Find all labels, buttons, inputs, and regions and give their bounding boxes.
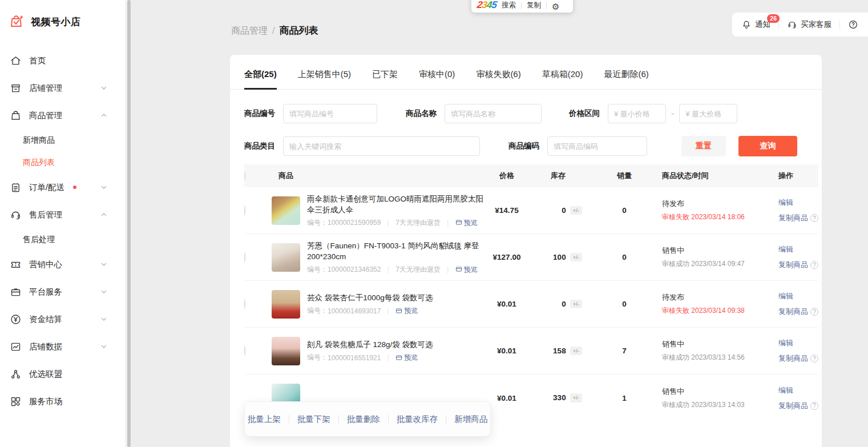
tab-off-shelf[interactable]: 已下架 xyxy=(372,69,398,89)
edit-stock-button[interactable]: +/- xyxy=(570,253,582,261)
ext-search-button[interactable]: 搜索 xyxy=(502,1,516,11)
category-label: 商品类目 xyxy=(244,141,275,151)
tab-all[interactable]: 全部(25) xyxy=(244,69,277,89)
sidebar: 视频号小店 首页 店铺管理 xyxy=(0,0,126,447)
product-image[interactable] xyxy=(272,337,300,365)
sidebar-item-aftersale-management[interactable]: 售后管理 xyxy=(0,201,126,228)
product-name-input[interactable] xyxy=(445,104,542,123)
preview-link[interactable]: 预览 xyxy=(395,306,418,316)
reset-button[interactable]: 重置 xyxy=(681,136,726,156)
tab-drafts[interactable]: 草稿箱(20) xyxy=(542,69,583,89)
help-button[interactable] xyxy=(848,19,858,30)
edit-link[interactable]: 编辑 xyxy=(778,244,818,255)
chevron-down-icon xyxy=(100,288,107,295)
help-icon[interactable]: ? xyxy=(810,355,818,363)
batch-list-button[interactable]: 批量上架 xyxy=(248,414,281,425)
breadcrumb-section[interactable]: 商品管理 xyxy=(231,25,268,37)
preview-link[interactable]: 预览 xyxy=(455,218,478,228)
product-title[interactable]: 雨伞新款卡通创意可加LOGO晴雨遮阳两用黑胶太阳伞三折成人伞 xyxy=(307,194,484,215)
edit-stock-button[interactable]: +/- xyxy=(570,300,582,308)
product-code-label: 编号： xyxy=(307,306,328,316)
query-button[interactable]: 查询 xyxy=(738,136,797,156)
divider: ｜ xyxy=(385,353,391,363)
edit-link[interactable]: 编辑 xyxy=(778,338,818,348)
table-row: 芳恩（Faunen）FN-T9003-1 简约风尚貂绒毯 摩登 200*230c… xyxy=(244,234,818,281)
product-title[interactable]: 芸众 袋装杏仁干1000g每袋 袋数可选 xyxy=(307,292,433,303)
category-input[interactable] xyxy=(283,136,480,156)
help-icon[interactable]: ? xyxy=(810,308,818,316)
product-title[interactable]: 刻凡 袋装焦糖瓜子 128g/袋 袋数可选 xyxy=(307,339,433,350)
yen-icon xyxy=(10,313,22,325)
sidebar-item-aftersale-handle[interactable]: 售后处理 xyxy=(0,228,126,251)
product-title[interactable]: 芳恩（Faunen）FN-T9003-1 简约风尚貂绒毯 摩登 200*230c… xyxy=(307,240,484,262)
status-text: 销售中 xyxy=(662,386,778,397)
scrollbar-thumb[interactable] xyxy=(127,0,131,447)
copy-product-link[interactable]: 复制商品? xyxy=(778,353,818,364)
batch-delete-button[interactable]: 批量删除 xyxy=(347,414,380,425)
help-icon[interactable]: ? xyxy=(810,214,818,222)
sidebar-scrollbar[interactable] xyxy=(126,0,131,447)
brand-digit: 5 xyxy=(491,0,497,10)
help-icon[interactable]: ? xyxy=(810,261,818,269)
sidebar-item-add-product[interactable]: 新增商品 xyxy=(0,129,126,151)
sidebar-item-home[interactable]: 首页 xyxy=(0,47,126,74)
tab-recently-deleted[interactable]: 最近删除(6) xyxy=(604,69,648,89)
copy-product-link[interactable]: 复制商品? xyxy=(778,401,818,411)
ext-copy-button[interactable]: 复制 xyxy=(527,1,541,11)
sidebar-item-affiliate[interactable]: 优选联盟 xyxy=(0,360,126,388)
edit-link[interactable]: 编辑 xyxy=(778,385,818,396)
product-image[interactable] xyxy=(272,196,300,225)
copy-product-link[interactable]: 复制商品? xyxy=(778,213,818,223)
price-min-input[interactable] xyxy=(608,104,666,123)
sidebar-item-product-management[interactable]: 商品管理 xyxy=(0,102,126,129)
batch-delist-button[interactable]: 批量下架 xyxy=(297,414,330,425)
headset-icon xyxy=(10,209,22,221)
product-image[interactable] xyxy=(272,243,300,272)
buyer-service-button[interactable]: 买家客服 xyxy=(787,19,831,30)
select-all-checkbox[interactable] xyxy=(244,171,245,181)
status-text: 销售中 xyxy=(662,245,778,256)
copy-product-link[interactable]: 复制商品? xyxy=(778,307,818,317)
edit-stock-button[interactable]: +/- xyxy=(570,393,582,402)
sidebar-item-orders[interactable]: 订单/配送 xyxy=(0,174,126,201)
table-row: 刻凡 袋装焦糖瓜子 128g/袋 袋数可选 编号：10000016551921 … xyxy=(244,328,818,374)
sidebar-item-shop-data[interactable]: 店铺数据 xyxy=(0,333,126,360)
preview-link[interactable]: 预览 xyxy=(395,353,418,363)
breadcrumb: 商品管理 / 商品列表 xyxy=(231,24,318,37)
edit-link[interactable]: 编辑 xyxy=(778,291,818,301)
help-icon[interactable]: ? xyxy=(810,402,818,410)
row-checkbox[interactable] xyxy=(244,205,245,216)
product-id-input[interactable] xyxy=(283,104,377,123)
sidebar-item-service-market[interactable]: 服务市场 xyxy=(0,388,126,415)
add-product-button[interactable]: 新增商品 xyxy=(454,414,487,425)
edit-stock-button[interactable]: +/- xyxy=(570,206,582,215)
sidebar-item-marketing[interactable]: 营销中心 xyxy=(0,251,126,278)
notification-badge: 26 xyxy=(767,14,780,23)
tab-in-review[interactable]: 审核中(0) xyxy=(419,69,455,89)
batch-edit-stock-button[interactable]: 批量改库存 xyxy=(397,414,438,425)
buyer-service-label: 买家客服 xyxy=(801,19,831,30)
edit-link[interactable]: 编辑 xyxy=(778,198,818,208)
gear-icon[interactable]: ⚙ xyxy=(552,2,559,11)
sidebar-item-platform-services[interactable]: 平台服务 xyxy=(0,278,126,305)
product-image[interactable] xyxy=(272,290,300,319)
copy-product-link[interactable]: 复制商品? xyxy=(778,260,818,270)
sidebar-item-shop-management[interactable]: 店铺管理 xyxy=(0,74,126,102)
price-max-input[interactable] xyxy=(679,104,737,123)
topbar-actions: 通知 26 买家客服 xyxy=(732,13,868,37)
notifications-button[interactable]: 通知 26 xyxy=(741,19,770,30)
row-checkbox[interactable] xyxy=(244,345,245,356)
divider: ｜ xyxy=(445,218,451,228)
row-checkbox[interactable] xyxy=(244,252,245,263)
edit-stock-button[interactable]: +/- xyxy=(570,347,582,355)
product-code-input[interactable] xyxy=(547,136,647,156)
tab-on-sale[interactable]: 上架销售中(5) xyxy=(298,69,351,89)
sidebar-item-product-list[interactable]: 商品列表 xyxy=(0,151,126,174)
col-status: 商品状态/时间 xyxy=(662,171,778,181)
tab-review-failed[interactable]: 审核失败(6) xyxy=(476,69,520,89)
preview-link[interactable]: 预览 xyxy=(455,265,478,275)
stock-value: 100 xyxy=(553,253,566,261)
return-policy-tag: 7天无理由退货 xyxy=(395,218,441,228)
row-checkbox[interactable] xyxy=(244,299,245,309)
sidebar-item-funds[interactable]: 资金结算 xyxy=(0,305,126,333)
